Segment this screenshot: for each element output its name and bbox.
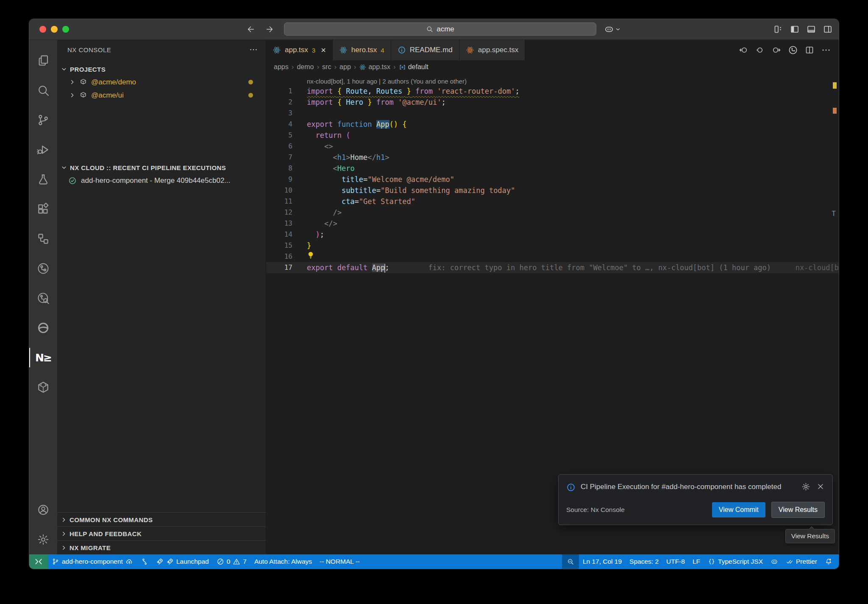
- code-line-5[interactable]: 5 return (: [266, 130, 839, 141]
- code-line-2[interactable]: 2import { Hero } from '@acme/ui';: [266, 97, 839, 108]
- panel-right-icon[interactable]: [823, 24, 833, 34]
- nav-forward-icon[interactable]: [771, 45, 782, 55]
- status-vim-mode[interactable]: -- NORMAL --: [316, 554, 364, 569]
- code-line-6[interactable]: 6 <>: [266, 141, 839, 152]
- code-line-1[interactable]: 1import { Route, Routes } from 'react-ro…: [266, 86, 839, 97]
- code-line-17[interactable]: 17export default App;fix: correct typo i…: [266, 262, 839, 273]
- close-window-button[interactable]: [39, 26, 46, 33]
- layout-icon[interactable]: [773, 24, 783, 34]
- status-copilot[interactable]: [767, 554, 782, 569]
- tab-app.tsx[interactable]: app.tsx3×: [266, 40, 333, 60]
- status-launchpad[interactable]: Launchpad: [152, 554, 213, 569]
- breadcrumb-item-apps[interactable]: apps: [274, 63, 289, 71]
- code-line-14[interactable]: 14 );: [266, 229, 839, 240]
- minimize-window-button[interactable]: [51, 26, 58, 33]
- status-problems[interactable]: 07: [213, 554, 250, 569]
- lightbulb-icon[interactable]: [306, 251, 315, 260]
- react-icon: [273, 46, 281, 54]
- panel-left-icon[interactable]: [790, 24, 800, 34]
- code-line-13[interactable]: 13 </>: [266, 218, 839, 229]
- code-line-4[interactable]: 4export function App() {: [266, 119, 839, 130]
- view-results-tooltip: View Results: [785, 529, 835, 543]
- zoom-window-button[interactable]: [62, 26, 69, 33]
- activity-item-accounts[interactable]: [29, 495, 57, 525]
- status-notifications-bell[interactable]: [821, 554, 836, 569]
- line-content: subtitle="Build something amazing today": [292, 185, 515, 196]
- command-center-search[interactable]: acme: [284, 22, 596, 36]
- view-results-button[interactable]: View Results: [771, 502, 825, 518]
- project-row[interactable]: @acme/demo: [57, 76, 266, 89]
- status-indentation[interactable]: Spaces: 2: [626, 554, 662, 569]
- breadcrumb-item-app[interactable]: app: [339, 63, 351, 71]
- code-line-7[interactable]: 7 <h1>Home</h1>: [266, 152, 839, 163]
- activity-item-search[interactable]: [29, 76, 57, 105]
- section-projects[interactable]: PROJECTS: [57, 63, 266, 76]
- code-line-3[interactable]: 3: [266, 108, 839, 119]
- breadcrumb-item-app.tsx[interactable]: app.tsx: [359, 63, 390, 71]
- panel-bottom-icon[interactable]: [806, 24, 816, 34]
- code-line-11[interactable]: 11 cta="Get Started": [266, 196, 839, 207]
- code-line-8[interactable]: 8 <Hero: [266, 163, 839, 174]
- status-encoding[interactable]: UTF-8: [662, 554, 689, 569]
- history-back-icon[interactable]: [246, 25, 256, 34]
- status-language-mode[interactable]: TypeScript JSX: [704, 554, 767, 569]
- history-forward-icon[interactable]: [265, 25, 274, 34]
- split-editor-icon[interactable]: [804, 45, 815, 55]
- more-actions-icon[interactable]: [249, 45, 258, 54]
- activity-item-git-graph-search[interactable]: [29, 283, 57, 313]
- section-help-and-feedback[interactable]: HELP AND FEEDBACK: [57, 526, 266, 540]
- section-common-nx-commands[interactable]: COMMON NX COMMANDS: [57, 512, 266, 526]
- pipeline-row[interactable]: add-hero-component - Merge 409b44e5cb02.…: [57, 174, 266, 187]
- activity-item-run-and-debug[interactable]: [29, 135, 57, 165]
- code-line-10[interactable]: 10 subtitle="Build something amazing tod…: [266, 185, 839, 196]
- status-auto-attach[interactable]: Auto Attach: Always: [250, 554, 316, 569]
- section-nx-migrate[interactable]: NX MIGRATE: [57, 540, 266, 554]
- activity-item-project-references[interactable]: [29, 224, 57, 254]
- nav-dot-icon[interactable]: [755, 45, 765, 55]
- code-line-12[interactable]: 12 />: [266, 207, 839, 218]
- tab-close-icon[interactable]: ×: [321, 45, 326, 55]
- ellipsis-icon[interactable]: [821, 45, 831, 55]
- status-formatter[interactable]: Prettier: [782, 554, 821, 569]
- breadcrumb-item-src[interactable]: src: [322, 63, 331, 71]
- status-bar: add-hero-componentLaunchpad07Auto Attach…: [29, 554, 839, 569]
- status-create-branch[interactable]: [137, 554, 152, 569]
- tab-hero.tsx[interactable]: hero.tsx4: [333, 40, 391, 60]
- tab-README.md[interactable]: README.md: [391, 40, 459, 60]
- breadcrumb-item-demo[interactable]: demo: [297, 63, 314, 71]
- activity-item-explorer[interactable]: [29, 46, 57, 76]
- activity-item-testing[interactable]: [29, 165, 57, 194]
- notification-close-icon[interactable]: [816, 482, 825, 491]
- copilot-icon[interactable]: [604, 24, 614, 34]
- nav-back-icon[interactable]: [738, 45, 748, 55]
- line-content: [292, 251, 315, 263]
- code-line-15[interactable]: 15}: [266, 240, 839, 251]
- status-cursor-position[interactable]: Ln 17, Col 19: [579, 554, 626, 569]
- project-row[interactable]: @acme/ui: [57, 89, 266, 102]
- breadcrumb-item-default[interactable]: default: [399, 63, 428, 71]
- activity-item-source-control[interactable]: [29, 105, 57, 135]
- run-circle-icon[interactable]: [788, 45, 798, 55]
- vscode-window: acme N≥ NX CONSOLE PROJECTS @acme/demo@a…: [29, 19, 839, 569]
- activity-item-settings[interactable]: [29, 525, 57, 554]
- status-eol[interactable]: LF: [689, 554, 704, 569]
- activity-item-edge-tools[interactable]: [29, 313, 57, 343]
- section-nx-cloud[interactable]: NX CLOUD :: RECENT CI PIPELINE EXECUTION…: [57, 161, 266, 174]
- rocket-icon: [156, 558, 164, 565]
- status-zoom-indicator[interactable]: [562, 554, 579, 569]
- line-number: 14: [266, 229, 292, 240]
- activity-item-git-graph[interactable]: [29, 254, 57, 283]
- tab-app.spec.tsx[interactable]: app.spec.tsx: [459, 40, 525, 60]
- tab-label: hero.tsx: [351, 46, 377, 54]
- chevron-down-icon[interactable]: [615, 26, 621, 32]
- status-remote-indicator[interactable]: [29, 554, 48, 569]
- status-text: Prettier: [796, 558, 817, 565]
- activity-item-container-tools[interactable]: [29, 372, 57, 402]
- notification-settings-icon[interactable]: [801, 482, 810, 491]
- code-line-16[interactable]: 16: [266, 251, 839, 262]
- code-line-9[interactable]: 9 title="Welcome @acme/demo": [266, 174, 839, 185]
- activity-item-nx-console[interactable]: N≥: [29, 343, 57, 372]
- status-git-branch[interactable]: add-hero-component: [48, 554, 137, 569]
- view-commit-button[interactable]: View Commit: [712, 502, 765, 517]
- activity-item-extensions[interactable]: [29, 194, 57, 224]
